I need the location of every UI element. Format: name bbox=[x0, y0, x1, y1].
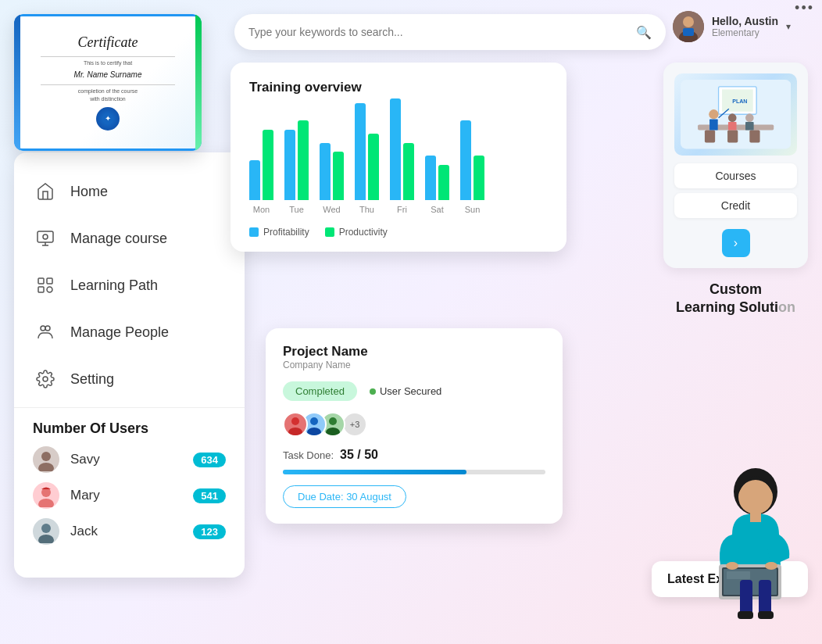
chart-group-sat: Sat bbox=[425, 156, 449, 214]
sidebar-item-manage-people[interactable]: Manage People bbox=[14, 309, 245, 356]
sidebar-item-manage-course[interactable]: Manage course bbox=[14, 215, 245, 262]
svg-rect-4 bbox=[38, 231, 53, 242]
svg-point-5 bbox=[43, 234, 48, 239]
certificate-card: Certificate This is to certify that Mr. … bbox=[14, 14, 202, 151]
svg-point-14 bbox=[38, 463, 54, 471]
courses-button[interactable]: Courses bbox=[674, 163, 797, 188]
bar-blue-fri bbox=[390, 98, 401, 200]
courses-card: PLAN bbox=[663, 63, 808, 268]
svg-point-17 bbox=[41, 524, 51, 533]
chart-bars-sat bbox=[425, 156, 449, 200]
user-name-savy: Savy bbox=[70, 452, 193, 467]
avatar-more: +3 bbox=[342, 412, 367, 437]
mini-avatar-1 bbox=[283, 412, 308, 437]
profile-info: Hello, Austin Elementary bbox=[712, 15, 778, 38]
svg-point-35 bbox=[728, 114, 737, 123]
svg-point-37 bbox=[745, 114, 754, 123]
user-row-jack: Jack 123 bbox=[33, 518, 226, 545]
svg-point-1 bbox=[683, 16, 694, 27]
productivity-dot bbox=[325, 227, 334, 237]
svg-point-10 bbox=[41, 326, 45, 331]
search-icon: 🔍 bbox=[636, 25, 652, 40]
search-input[interactable] bbox=[248, 26, 636, 38]
bar-green-tue bbox=[298, 120, 309, 200]
home-label: Home bbox=[70, 184, 108, 200]
training-card: Training overview MonTueWedThuFriSatSun … bbox=[231, 63, 566, 252]
chart-group-sun: Sun bbox=[460, 120, 484, 214]
sidebar-item-setting[interactable]: Setting bbox=[14, 356, 245, 402]
home-icon bbox=[33, 179, 58, 204]
credit-button[interactable]: Credit bbox=[674, 193, 797, 218]
svg-point-19 bbox=[291, 417, 299, 425]
profile-dropdown-icon[interactable]: ▾ bbox=[786, 21, 791, 32]
svg-rect-31 bbox=[727, 131, 738, 143]
svg-point-23 bbox=[329, 417, 337, 425]
project-name: Project Name bbox=[283, 344, 545, 360]
chart-bars-tue bbox=[284, 120, 309, 200]
bar-green-mon bbox=[263, 130, 273, 200]
chart-label-mon: Mon bbox=[253, 205, 270, 214]
profitability-label: Profitability bbox=[263, 227, 309, 238]
cert-title: Certificate bbox=[78, 34, 138, 51]
next-button[interactable]: › bbox=[722, 229, 750, 257]
more-options[interactable]: ••• bbox=[795, 0, 814, 16]
chart-group-thu: Thu bbox=[355, 103, 379, 214]
manage-people-icon bbox=[33, 320, 58, 345]
svg-rect-42 bbox=[750, 513, 761, 522]
bar-blue-sat bbox=[425, 156, 436, 200]
learning-path-label: Learning Path bbox=[70, 277, 158, 294]
avatar-jack bbox=[33, 518, 59, 545]
svg-point-16 bbox=[38, 499, 54, 507]
profile-role: Elementary bbox=[712, 27, 778, 38]
svg-rect-30 bbox=[705, 131, 715, 143]
users-section: Number Of Users Savy 634 bbox=[14, 407, 245, 562]
svg-point-48 bbox=[765, 562, 777, 570]
svg-point-47 bbox=[726, 562, 738, 570]
svg-point-24 bbox=[326, 428, 340, 435]
project-card: Project Name Company Name Completed User… bbox=[266, 328, 563, 524]
task-total: 50 bbox=[364, 448, 378, 461]
user-row-savy: Savy 634 bbox=[33, 446, 226, 473]
svg-point-13 bbox=[41, 452, 51, 461]
avatar bbox=[673, 11, 704, 42]
company-name: Company Name bbox=[283, 360, 545, 370]
bar-green-thu bbox=[368, 134, 379, 200]
cert-subtitle: This is to certify that bbox=[84, 59, 132, 67]
chart-group-fri: Fri bbox=[390, 98, 414, 214]
svg-point-21 bbox=[310, 417, 318, 425]
sidebar-item-learning-path[interactable]: Learning Path bbox=[14, 262, 245, 309]
svg-rect-38 bbox=[745, 122, 754, 131]
user-row-mary: Mary 541 bbox=[33, 482, 226, 509]
chart-group-tue: Tue bbox=[284, 120, 309, 214]
courses-image: PLAN bbox=[674, 73, 797, 156]
chart-label-thu: Thu bbox=[359, 205, 374, 214]
chart-label-fri: Fri bbox=[397, 205, 407, 214]
status-secured: User Secured bbox=[370, 385, 441, 397]
chart-legend: Profitability Productivity bbox=[249, 227, 548, 238]
cert-lines: completion of the coursewith distinction bbox=[78, 88, 138, 103]
chart-label-sat: Sat bbox=[431, 205, 444, 214]
user-name-jack: Jack bbox=[70, 524, 193, 539]
bar-blue-wed bbox=[320, 143, 331, 200]
chart-group-wed: Wed bbox=[320, 143, 344, 214]
person-illustration bbox=[697, 464, 814, 621]
user-profile: Hello, Austin Elementary ▾ bbox=[673, 11, 791, 42]
svg-point-9 bbox=[47, 287, 52, 292]
bar-green-wed bbox=[333, 152, 344, 200]
task-separator: / bbox=[357, 448, 364, 461]
legend-profitability: Profitability bbox=[249, 227, 309, 238]
chart-label-tue: Tue bbox=[289, 205, 304, 214]
chart-bars-mon bbox=[249, 130, 273, 200]
svg-point-41 bbox=[738, 480, 773, 514]
sidebar-item-home[interactable]: Home bbox=[14, 168, 245, 215]
secured-label: User Secured bbox=[380, 385, 441, 397]
svg-point-22 bbox=[307, 428, 321, 435]
custom-learning-text: CustomLearning Solution bbox=[663, 281, 808, 317]
status-completed: Completed bbox=[283, 381, 357, 401]
svg-rect-8 bbox=[38, 287, 44, 292]
sidebar: Home Manage course Learning bbox=[14, 152, 245, 578]
task-label: Task Done: bbox=[283, 449, 334, 461]
bar-green-sat bbox=[438, 165, 449, 200]
users-section-title: Number Of Users bbox=[33, 420, 226, 437]
due-date-button[interactable]: Due Date: 30 August bbox=[283, 485, 406, 508]
